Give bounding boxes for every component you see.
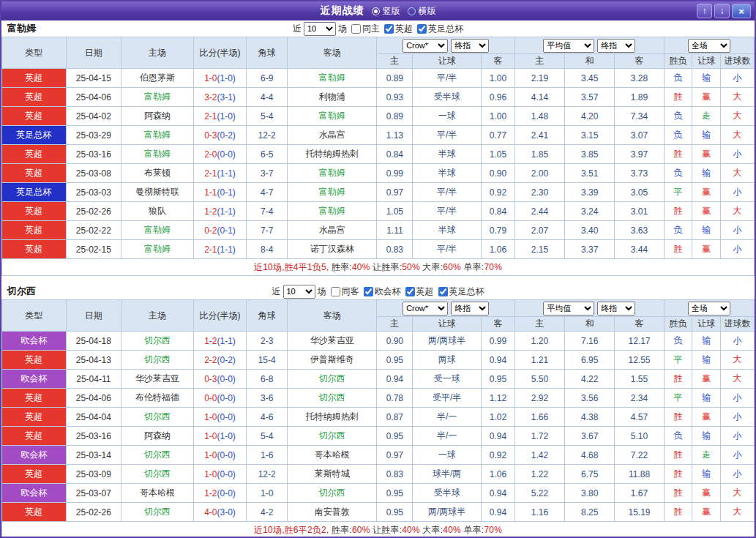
recent-count-select[interactable]: 10	[304, 22, 336, 36]
euro-odds-value: 6.75	[565, 465, 615, 484]
home-team: 狼队	[121, 202, 194, 221]
match-row: 英超25-03-16阿森纳1-0(1-0)5-4切尔西0.95半/一0.941.…	[2, 427, 755, 446]
halftime-score: (0-0)	[217, 149, 235, 160]
away-team: 托特纳姆热刺	[288, 408, 377, 427]
titlebar-buttons: ↑ ↓ ×	[697, 4, 751, 18]
league-badge: 英超	[2, 389, 67, 408]
euro-stage-select[interactable]: 终指	[597, 302, 635, 315]
col-header: 日期	[66, 300, 121, 332]
score: 1-2(1-1)	[193, 202, 246, 221]
checkbox-input[interactable]	[364, 287, 373, 296]
checkbox-input[interactable]	[331, 287, 340, 296]
col-header: 比分(半场)	[193, 300, 246, 332]
score: 1-2(0-0)	[193, 484, 246, 503]
score: 2-1(1-1)	[193, 164, 246, 183]
sub-col-header: 客	[482, 317, 515, 332]
layout-radio-horizontal[interactable]: 横版	[408, 5, 436, 18]
sub-col-header: 主	[377, 317, 413, 332]
euro-odds-value: 3.56	[565, 389, 615, 408]
goals-flag: 小	[721, 221, 755, 240]
league-badge: 英超	[2, 240, 67, 259]
asia-odds-value: 0.87	[377, 408, 413, 427]
goals-flag: 大	[721, 126, 755, 145]
filter-checkbox[interactable]: 英足总杯	[436, 285, 484, 298]
handicap-flag: 输	[692, 221, 721, 240]
match-row: 欧会杯25-04-18切尔西1-2(1-1)2-3华沙莱吉亚0.90两/两球半0…	[2, 332, 755, 351]
euro-odds-value: 1.22	[514, 465, 564, 484]
asia-stage-select[interactable]: 终指	[451, 302, 489, 315]
euro-company-select[interactable]: 平均值	[543, 39, 594, 53]
checkbox-input[interactable]	[438, 287, 448, 296]
asia-odds-value: 一球	[413, 446, 482, 465]
scope-select[interactable]: 全场	[688, 302, 730, 315]
checkbox-input[interactable]	[417, 24, 427, 34]
away-team: 哥本哈根	[288, 446, 377, 465]
odds-company-select[interactable]: Crow*	[403, 39, 448, 53]
away-team: 华沙莱吉亚	[288, 332, 377, 351]
match-row: 英超25-03-08布莱顿2-1(1-1)3-7富勒姆0.99半球0.902.0…	[2, 164, 755, 183]
euro-odds-value: 1.66	[514, 408, 564, 427]
asia-odds-value: 受平/半	[413, 389, 482, 408]
match-date: 25-04-02	[66, 107, 121, 126]
sub-col-header: 胜负	[664, 317, 692, 332]
match-row: 英超25-02-26切尔西4-0(3-0)4-2南安普敦0.95两/两球半0.9…	[2, 503, 755, 522]
filter-checkbox[interactable]: 同客	[329, 285, 359, 298]
match-date: 25-04-06	[66, 88, 121, 107]
corner-count: 7-4	[247, 202, 288, 221]
match-date: 25-03-07	[66, 484, 121, 503]
handicap-flag: 赢	[692, 88, 721, 107]
sub-col-header: 和	[565, 317, 615, 332]
asia-odds-value: 0.94	[482, 503, 515, 522]
euro-odds-value: 3.85	[565, 145, 615, 164]
match-row: 英超25-02-26狼队1-2(1-1)7-4富勒姆1.05平/半0.842.4…	[2, 202, 755, 221]
match-date: 25-04-13	[66, 351, 121, 370]
match-row: 英足总杯25-03-29富勒姆0-3(0-2)12-2水晶宫1.13平/半0.7…	[2, 126, 755, 145]
euro-company-select[interactable]: 平均值	[543, 302, 594, 315]
away-team: 利物浦	[288, 88, 377, 107]
layout-radio-vertical[interactable]: 竖版	[372, 5, 400, 18]
match-date: 25-03-14	[66, 446, 121, 465]
home-team: 富勒姆	[121, 145, 194, 164]
asia-odds-value: 1.06	[482, 465, 515, 484]
euro-odds-value: 2.19	[514, 69, 564, 88]
goals-flag: 小	[721, 408, 755, 427]
euro-odds-value: 3.28	[615, 69, 664, 88]
score: 2-1(1-1)	[193, 240, 246, 259]
sub-col-header: 进球数	[721, 317, 755, 332]
halftime-score: (1-0)	[217, 73, 235, 83]
scope-select[interactable]: 全场	[688, 39, 730, 53]
sub-col-header: 客	[615, 317, 664, 332]
halftime-score: (0-0)	[217, 374, 235, 384]
result-flag: 胜	[664, 145, 692, 164]
goals-flag: 大	[721, 484, 755, 503]
asia-stage-select[interactable]: 终指	[451, 39, 489, 53]
goals-flag: 小	[721, 240, 755, 259]
filter-checkbox[interactable]: 欧会杯	[362, 285, 401, 298]
goals-flag: 大	[721, 107, 755, 126]
euro-stage-select[interactable]: 终指	[597, 39, 635, 53]
odds-company-select[interactable]: Crow*	[403, 302, 448, 315]
halftime-score: (0-1)	[217, 187, 235, 198]
close-button[interactable]: ×	[732, 4, 751, 18]
asia-odds-value: 0.90	[482, 164, 515, 183]
checkbox-input[interactable]	[405, 287, 415, 296]
recent-count-select[interactable]: 10	[283, 285, 315, 299]
asia-odds-value: 0.95	[377, 484, 413, 503]
scroll-down-button[interactable]: ↓	[714, 4, 730, 18]
scroll-up-button[interactable]: ↑	[697, 4, 712, 18]
checkbox-label: 英超	[395, 23, 413, 35]
filter-checkbox[interactable]: 同主	[349, 23, 380, 35]
filter-checkbox[interactable]: 英足总杯	[415, 23, 463, 35]
corner-count: 4-6	[247, 408, 288, 427]
checkbox-input[interactable]	[384, 24, 394, 34]
euro-odds-value: 4.22	[565, 370, 615, 389]
euro-odds-value: 2.41	[514, 126, 564, 145]
euro-odds-value: 3.44	[615, 240, 664, 259]
goals-flag: 大	[721, 202, 755, 221]
euro-odds-value: 5.50	[514, 370, 564, 389]
match-date: 25-02-22	[66, 221, 121, 240]
away-team: 托特纳姆热刺	[288, 145, 377, 164]
checkbox-input[interactable]	[351, 24, 361, 34]
filter-checkbox[interactable]: 英超	[382, 23, 413, 35]
filter-checkbox[interactable]: 英超	[403, 285, 434, 298]
